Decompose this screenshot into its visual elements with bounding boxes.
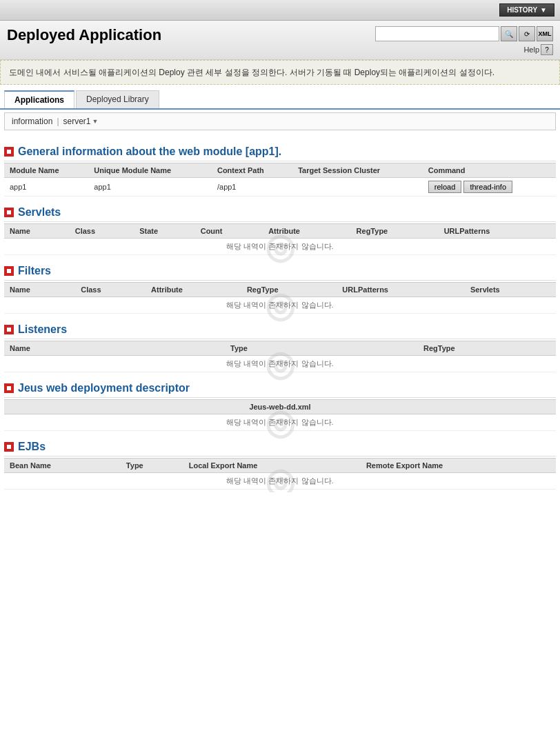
table-row: ◎ 해당 내역이 존재하지 않습니다. [4,356,556,372]
col-class: Class [70,224,134,239]
top-bar: HISTORY ▼ [0,0,560,21]
section-title-jeus-dd: Jeus web deployment descriptor [18,382,190,394]
cell-target-session-cluster [292,178,423,197]
section-icon-servlets [4,208,14,217]
col-regtype: RegType [418,341,556,356]
help-button[interactable]: ? [541,44,553,55]
history-label: HISTORY [507,6,537,14]
help-label: Help [523,46,539,54]
search-button[interactable]: 🔍 [501,26,517,41]
info-banner: 도메인 내에서 서비스될 애플리케이션의 Deploy 관련 세부 설정을 정의… [0,60,560,85]
search-bar: 🔍 ⟳ XML [375,26,553,41]
header-controls: 🔍 ⟳ XML Help ? [375,26,553,55]
section-icon-general [4,147,14,157]
col-state: State [134,224,194,239]
listeners-empty: ◎ 해당 내역이 존재하지 않습니다. [4,356,556,372]
section-icon-ejbs [4,442,14,452]
cell-unique-module-name: app1 [88,178,212,197]
general-info-table: Module Name Unique Module Name Context P… [4,163,556,197]
history-button[interactable]: HISTORY ▼ [499,3,554,17]
server-selector[interactable]: server1 ▼ [63,117,99,126]
col-unique-module-name: Unique Module Name [88,163,212,178]
page-header: Deployed Application 🔍 ⟳ XML Help ? [0,21,560,60]
filters-empty: ◎ 해당 내역이 존재하지 않습니다. [4,297,556,314]
col-command: Command [423,163,556,178]
help-bar: Help ? [523,44,553,55]
cell-commands: reload thread-info [423,178,556,197]
col-type: Type [225,341,418,356]
tab-deployed-library[interactable]: Deployed Library [76,90,159,108]
tab-applications[interactable]: Applications [4,90,74,108]
table-row: ◎ 해당 내역이 존재하지 않습니다. [4,473,556,490]
col-name: Name [4,283,75,297]
server-name: server1 [63,117,91,126]
col-target-session-cluster: Target Session Cluster [292,163,423,178]
table-row: ◎ 해당 내역이 존재하지 않습니다. [4,239,556,255]
col-name: Name [4,224,70,239]
page-title: Deployed Application [7,26,161,44]
section-title-listeners: Listeners [18,323,67,336]
col-context-path: Context Path [212,163,292,178]
table-row: app1 app1 /app1 reload thread-info [4,178,556,197]
path-bar: information | server1 ▼ [4,112,556,130]
col-attribute: Attribute [146,283,241,297]
servlets-empty: ◎ 해당 내역이 존재하지 않습니다. [4,239,556,255]
col-count: Count [195,224,263,239]
section-icon-filters [4,266,14,276]
refresh-button[interactable]: ⟳ [519,26,535,41]
col-module-name: Module Name [4,163,88,178]
col-urlpatterns: URLPatterns [439,224,556,239]
main-content: General information about the web module… [0,133,560,492]
path-label: information [12,117,52,126]
section-title-general: General information about the web module… [18,145,281,158]
thread-info-button[interactable]: thread-info [463,181,512,193]
col-name: Name [4,341,225,356]
dropdown-arrow: ▼ [540,6,547,14]
filters-table: Name Class Attribute RegType URLPatterns… [4,282,556,314]
server-dropdown-arrow: ▼ [92,118,99,125]
section-title-ejbs: EJBs [18,441,46,453]
tab-bar: Applications Deployed Library [0,90,560,110]
table-row: ◎ 해당 내역이 존재하지 않습니다. [4,414,556,431]
reload-button[interactable]: reload [428,181,462,193]
jeus-dd-table: Jeus-web-dd.xml ◎ 해당 내역이 존재하지 않습니다. [4,399,556,431]
servlets-table: Name Class State Count Attribute RegType… [4,223,556,255]
info-banner-text: 도메인 내에서 서비스될 애플리케이션의 Deploy 관련 세부 설정을 정의… [9,68,494,77]
section-title-filters: Filters [18,265,51,277]
table-row: ◎ 해당 내역이 존재하지 않습니다. [4,297,556,314]
section-icon-listeners [4,325,14,334]
col-type: Type [121,459,183,473]
col-urlpatterns: URLPatterns [337,283,465,297]
general-table-header-row: Module Name Unique Module Name Context P… [4,163,556,178]
section-icon-jeus-dd [4,383,14,393]
xml-button[interactable]: XML [537,26,553,41]
listeners-table: Name Type RegType ◎ 해당 내역이 존재하지 않습니다. [4,341,556,372]
col-servlets: Servlets [465,283,556,297]
section-servlets: Servlets [4,202,556,222]
path-separator: | [57,117,59,126]
jeus-dd-empty: ◎ 해당 내역이 존재하지 않습니다. [4,414,556,431]
ejbs-table: Bean Name Type Local Export Name Remote … [4,458,556,490]
search-input[interactable] [375,26,499,41]
col-remote-export-name: Remote Export Name [361,459,556,473]
col-bean-name: Bean Name [4,459,121,473]
section-title-servlets: Servlets [18,206,61,219]
col-regtype: RegType [351,224,439,239]
ejbs-empty: ◎ 해당 내역이 존재하지 않습니다. [4,473,556,490]
cell-context-path: /app1 [212,178,292,197]
cell-module-name: app1 [4,178,88,197]
col-class: Class [75,283,146,297]
section-general: General information about the web module… [4,141,556,161]
